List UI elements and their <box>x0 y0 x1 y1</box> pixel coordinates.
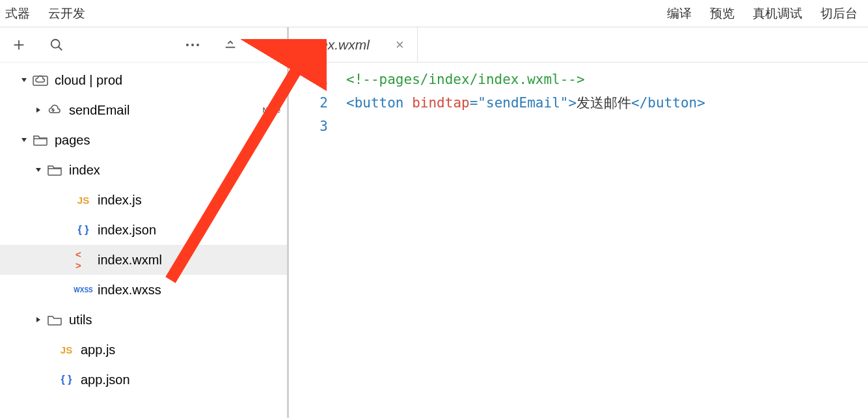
svg-point-5 <box>191 44 194 46</box>
js-icon: JS <box>75 192 91 208</box>
tree-arrow-icon[interactable] <box>62 285 72 294</box>
svg-marker-12 <box>21 138 27 142</box>
tree-arrow-icon[interactable] <box>20 135 29 145</box>
tree-arrow-icon[interactable] <box>34 315 43 324</box>
menu-item-cloud-dev[interactable]: 云开发 <box>48 5 85 22</box>
tree-item-app-json[interactable]: { }app.json <box>0 365 287 395</box>
collapse-icon[interactable] <box>223 38 237 52</box>
search-icon[interactable] <box>49 38 64 52</box>
tree-item-label: index.wxml <box>98 253 162 268</box>
svg-rect-10 <box>33 76 47 85</box>
svg-point-4 <box>186 44 189 46</box>
svg-marker-11 <box>36 107 40 113</box>
svg-marker-16 <box>36 317 40 322</box>
tree-item-label: sendEmail <box>69 103 129 118</box>
menu-item-preview[interactable]: 预览 <box>710 5 735 22</box>
tab-bar-empty <box>418 27 868 63</box>
tree-item-label: utils <box>69 313 92 327</box>
tree-arrow-icon[interactable] <box>62 255 72 264</box>
tree-item-label: index.wxss <box>98 283 161 298</box>
runtime-badge: Node <box>263 106 281 114</box>
line-number-gutter: 123 <box>289 68 346 418</box>
tree-item-sendemail[interactable]: sendEmailNode <box>0 95 287 125</box>
wxss-icon: WXSS <box>75 282 91 298</box>
tree-arrow-icon[interactable] <box>20 76 29 85</box>
tree-item-label: app.js <box>81 342 115 357</box>
tree-item-label: app.json <box>81 372 130 387</box>
svg-line-3 <box>59 46 62 50</box>
top-menu-bar: 式器 云开发 编译 预览 真机调试 切后台 <box>0 0 868 27</box>
line-number: 2 <box>289 91 328 115</box>
tree-item-label: cloud | prod <box>55 73 122 88</box>
tree-item-index-js[interactable]: JSindex.js <box>0 185 287 215</box>
svg-marker-14 <box>36 168 41 172</box>
code-line[interactable]: <!--pages/index/index.wxml--> <box>346 68 868 91</box>
svg-marker-9 <box>21 78 27 82</box>
json-icon: { } <box>59 372 74 387</box>
cloud-func-icon <box>47 102 62 118</box>
tree-item-index-wxss[interactable]: WXSSindex.wxss <box>0 275 287 305</box>
folder-open-icon <box>47 162 62 178</box>
code-line[interactable] <box>346 115 868 138</box>
more-icon[interactable] <box>185 42 200 48</box>
tree-arrow-icon[interactable] <box>46 375 55 384</box>
tree-arrow-icon[interactable] <box>62 195 72 204</box>
svg-point-6 <box>197 44 199 46</box>
folder-icon <box>47 312 62 327</box>
json-icon: { } <box>75 222 91 238</box>
js-icon: JS <box>59 342 74 357</box>
tree-item-app-js[interactable]: JSapp.js <box>0 335 287 365</box>
tree-arrow-icon[interactable] <box>34 105 43 115</box>
svg-point-2 <box>51 39 60 48</box>
tree-arrow-icon[interactable] <box>34 165 43 174</box>
close-icon[interactable]: × <box>396 36 404 53</box>
tree-item-pages[interactable]: pages <box>0 125 287 155</box>
line-number: 3 <box>289 115 328 138</box>
top-menu-right: 编译 预览 真机调试 切后台 <box>667 5 863 22</box>
tree-arrow-icon[interactable] <box>62 225 72 234</box>
tab-index-wxml[interactable]: index.wxml × <box>289 27 418 63</box>
tree-item-label: index.json <box>98 223 156 238</box>
cloud-folder-icon <box>33 72 48 88</box>
wxml-icon: < > <box>75 252 91 268</box>
menu-item-background[interactable]: 切后台 <box>821 5 858 22</box>
menu-item-remote-debug[interactable]: 真机调试 <box>753 5 802 22</box>
line-number: 1 <box>289 68 328 91</box>
folder-open-icon <box>33 132 48 148</box>
add-icon[interactable] <box>12 38 26 52</box>
panel-toggle-icon[interactable] <box>261 38 275 52</box>
tree-item-cloud-prod[interactable]: cloud | prod <box>0 65 287 95</box>
top-menu-left: 式器 云开发 <box>5 5 85 22</box>
tab-bar: index.wxml × <box>289 27 868 63</box>
tree-arrow-icon[interactable] <box>46 345 55 354</box>
tree-item-label: pages <box>55 133 90 148</box>
code-editor[interactable]: 123 <!--pages/index/index.wxml--><button… <box>289 63 868 418</box>
tree-item-index-json[interactable]: { }index.json <box>0 215 287 245</box>
tab-label: index.wxml <box>302 37 370 53</box>
editor-area: index.wxml × 123 <!--pages/index/index.w… <box>289 27 868 418</box>
file-tree: cloud | prodsendEmailNodepagesindexJSind… <box>0 63 287 418</box>
svg-rect-8 <box>263 40 267 49</box>
sidebar-toolbar <box>0 27 287 63</box>
tree-item-utils[interactable]: utils <box>0 305 287 335</box>
tree-item-index-wxml[interactable]: < >index.wxml <box>0 245 287 275</box>
file-explorer-sidebar: cloud | prodsendEmailNodepagesindexJSind… <box>0 27 289 418</box>
tree-item-label: index <box>69 163 100 178</box>
code-line[interactable]: <button bindtap="sendEmail">发送邮件</button… <box>346 91 868 115</box>
menu-item-debugger[interactable]: 式器 <box>5 5 30 22</box>
code-content[interactable]: <!--pages/index/index.wxml--><button bin… <box>346 68 868 418</box>
tree-item-index[interactable]: index <box>0 155 287 185</box>
menu-item-compile[interactable]: 编译 <box>667 5 692 22</box>
tree-item-label: index.js <box>98 193 142 208</box>
